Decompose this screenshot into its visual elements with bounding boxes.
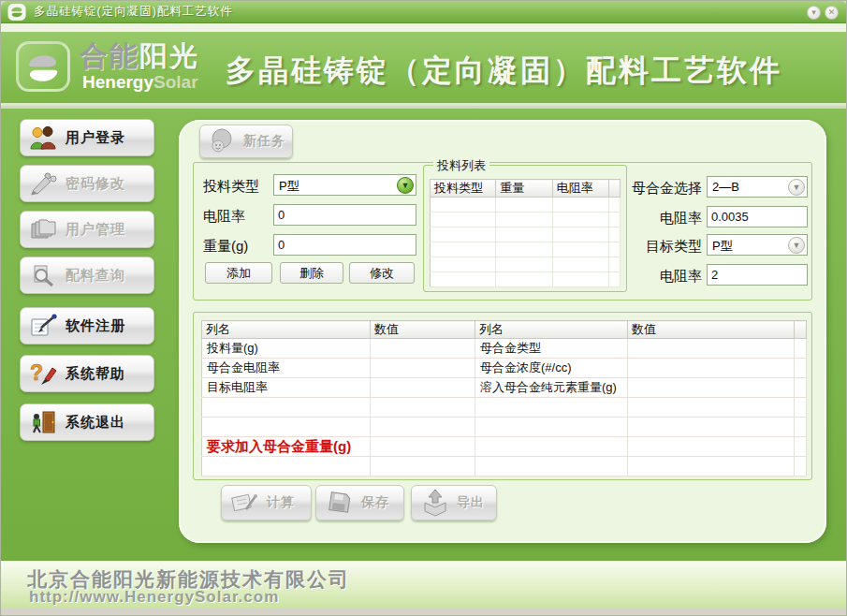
save-icon — [324, 489, 356, 517]
target-type-select[interactable]: P型 ▼ — [707, 234, 808, 256]
highlight-cell: 要求加入母合金重量(g) — [202, 437, 371, 457]
feed-type-label: 投料类型 — [203, 178, 259, 196]
app-logo-icon — [7, 4, 26, 21]
target-type-label: 目标类型 — [620, 238, 702, 256]
result-row: 母合金电阻率 母合金浓度(#/cc) — [202, 359, 807, 378]
target-type-value: P型 — [712, 238, 733, 255]
company-url: http://www.HenergySolar.com — [29, 588, 279, 607]
notepad-pen-icon — [29, 314, 57, 338]
alloy-select[interactable]: 2—B ▼ — [707, 176, 808, 198]
resistivity-label: 电阻率 — [203, 208, 245, 226]
chevron-down-icon[interactable]: ▼ — [397, 177, 414, 194]
target-resistivity-input[interactable] — [707, 264, 808, 286]
page-title: 多晶硅铸锭（定向凝固）配料工艺软件 — [226, 51, 782, 92]
question-brush-icon: ? — [29, 361, 57, 386]
bottom-strip — [1, 608, 847, 616]
feed-list-groupbox: 投料列表 投料类型 重量 电阻率 — [423, 165, 627, 292]
sidebar-label: 系统帮助 — [66, 365, 125, 383]
result-col-header: 数值 — [371, 321, 475, 339]
result-row: 投料量(g) 母合金类型 — [202, 339, 807, 359]
sidebar-item-exit[interactable]: 系统退出 — [20, 403, 154, 441]
export-label: 导出 — [457, 494, 485, 511]
feed-row — [431, 257, 621, 272]
result-row — [202, 398, 807, 418]
result-row — [202, 457, 807, 477]
window-title: 多晶硅铸锭(定向凝固)配料工艺软件 — [34, 4, 233, 20]
result-row — [202, 418, 807, 437]
result-row: 目标电阻率 溶入母合金纯元素重量(g) — [202, 378, 807, 398]
feed-row — [431, 213, 621, 227]
sidebar-item-register[interactable]: 软件注册 — [20, 307, 154, 345]
alloy-resistivity-label: 电阻率 — [620, 210, 702, 227]
users-icon — [29, 125, 57, 150]
feed-row — [431, 272, 621, 287]
feed-col-header: 重量 — [496, 180, 552, 198]
sidebar-label: 系统退出 — [66, 414, 125, 432]
feed-col-header: 投料类型 — [431, 180, 496, 198]
sidebar-label: 密码修改 — [66, 175, 125, 193]
feed-list-title: 投料列表 — [433, 157, 489, 174]
sidebar-label: 软件注册 — [66, 317, 125, 335]
main-area: 用户登录 密码修改 用户管理 配料 — [1, 109, 847, 561]
feed-type-select[interactable]: P型 ▼ — [273, 174, 416, 196]
content-panel: 新任务 投料类型 P型 ▼ 电阻率 重量(g) 添加 删除 修改 投料列表 — [179, 120, 826, 543]
result-row: 要求加入母合金重量(g) — [202, 437, 807, 457]
sidebar-item-login[interactable]: 用户登录 — [20, 119, 154, 156]
calculate-label: 计算 — [267, 494, 295, 511]
exit-door-icon — [29, 410, 57, 434]
feed-list-table[interactable]: 投料类型 重量 电阻率 — [430, 179, 621, 287]
sidebar-item-password[interactable]: 密码修改 — [20, 165, 154, 202]
app-window: 多晶硅铸锭(定向凝固)配料工艺软件 ▾ ✕ 合能阳光 HenergySolar … — [0, 0, 847, 616]
folders-icon — [29, 217, 57, 242]
action-bar: 计算 保存 导出 — [179, 485, 826, 526]
minimize-button[interactable]: ▾ — [807, 6, 821, 20]
resistivity-input[interactable] — [273, 204, 416, 226]
export-button[interactable]: 导出 — [411, 485, 497, 521]
alloy-select-value: 2—B — [712, 180, 739, 194]
add-button[interactable]: 添加 — [205, 262, 272, 284]
brand-logo-icon — [16, 41, 70, 92]
title-bar: 多晶硅铸锭(定向凝固)配料工艺软件 ▾ ✕ — [1, 1, 847, 23]
result-col-header: 列名 — [475, 321, 628, 339]
export-icon — [419, 489, 451, 517]
feed-col-header — [608, 180, 620, 198]
calculate-button[interactable]: 计算 — [221, 485, 312, 521]
new-task-icon — [208, 127, 236, 155]
app-footer: 北京合能阳光新能源技术有限公司 http://www.HenergySolar.… — [1, 561, 847, 608]
chevron-down-icon[interactable]: ▼ — [788, 237, 805, 254]
sidebar-item-help[interactable]: ? 系统帮助 — [20, 355, 154, 392]
target-resistivity-label: 电阻率 — [620, 268, 702, 286]
modify-button[interactable]: 修改 — [349, 262, 415, 284]
window-controls: ▾ ✕ — [807, 6, 839, 20]
feed-col-header: 电阻率 — [552, 180, 608, 198]
result-panel: 列名 数值 列名 数值 投料量(g) 母合金类型 母合金电阻率 母合金浓度(#/… — [193, 312, 812, 480]
feed-type-value: P型 — [279, 178, 299, 195]
result-col-header: 数值 — [628, 321, 795, 339]
result-col-header: 列名 — [202, 321, 371, 339]
search-doc-icon — [29, 263, 57, 287]
new-task-button[interactable]: 新任务 — [199, 125, 293, 158]
save-button[interactable]: 保存 — [315, 485, 404, 521]
feed-row — [431, 198, 621, 213]
app-header: 合能阳光 HenergySolar 多晶硅铸锭（定向凝固）配料工艺软件 — [1, 32, 847, 106]
sidebar-item-query[interactable]: 配料查询 — [20, 257, 154, 294]
brand-name-cn: 合能阳光 — [80, 37, 199, 76]
alloy-resistivity-input[interactable] — [707, 206, 808, 227]
pencil-icon — [29, 171, 57, 196]
weight-label: 重量(g) — [203, 238, 248, 256]
feed-row — [431, 227, 621, 242]
feed-form-panel: 投料类型 P型 ▼ 电阻率 重量(g) 添加 删除 修改 投料列表 — [193, 162, 812, 301]
delete-button[interactable]: 删除 — [280, 262, 343, 284]
close-button[interactable]: ✕ — [825, 6, 839, 20]
sidebar-item-users[interactable]: 用户管理 — [20, 211, 154, 248]
result-col-header — [795, 321, 807, 339]
chevron-down-icon[interactable]: ▼ — [788, 179, 805, 196]
brand-name-en: HenergySolar — [82, 72, 198, 93]
new-task-label: 新任务 — [243, 133, 285, 150]
titlebar-divider — [1, 23, 847, 32]
sidebar-label: 用户管理 — [66, 221, 125, 239]
alloy-select-label: 母合金选择 — [620, 180, 702, 198]
calculate-icon — [229, 489, 261, 517]
svg-text:?: ? — [30, 361, 43, 385]
weight-input[interactable] — [273, 234, 416, 256]
